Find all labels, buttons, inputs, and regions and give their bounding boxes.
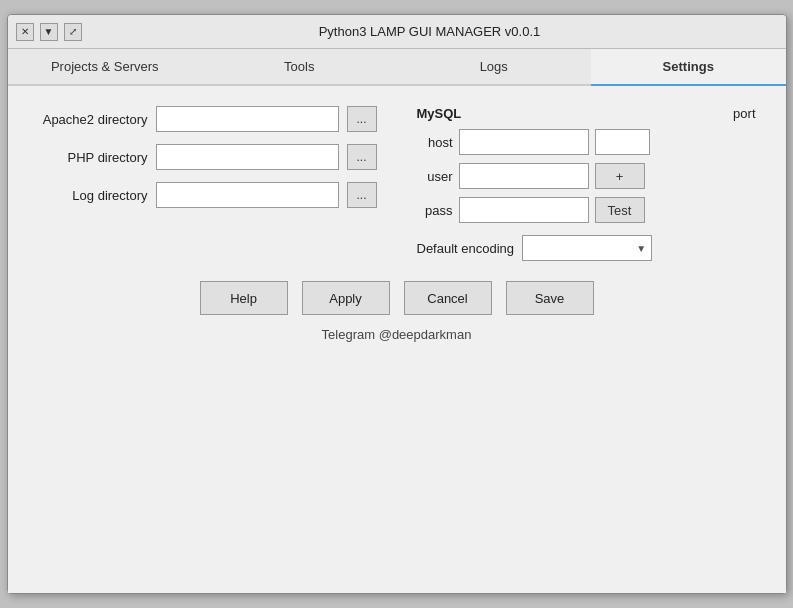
window-title: Python3 LAMP GUI MANAGER v0.0.1 bbox=[82, 24, 778, 39]
mysql-title: MySQL bbox=[417, 106, 462, 121]
cancel-button[interactable]: Cancel bbox=[404, 281, 492, 315]
maximize-button[interactable]: ⤢ bbox=[64, 23, 82, 41]
encoding-row: Default encoding UTF-8 UTF-16 ASCII ISO-… bbox=[417, 235, 756, 261]
save-button[interactable]: Save bbox=[506, 281, 594, 315]
pass-row: pass Test bbox=[417, 197, 756, 223]
footer-text: Telegram @deepdarkman bbox=[38, 327, 756, 342]
tab-bar: Projects & Servers Tools Logs Settings bbox=[8, 49, 786, 86]
log-browse-button[interactable]: ... bbox=[347, 182, 377, 208]
window-controls: ✕ ▼ ⤢ bbox=[16, 23, 82, 41]
user-label: user bbox=[417, 169, 453, 184]
minimize-button[interactable]: ▼ bbox=[40, 23, 58, 41]
encoding-label: Default encoding bbox=[417, 241, 515, 256]
tab-tools[interactable]: Tools bbox=[202, 49, 397, 86]
php-row: PHP directory ... bbox=[38, 144, 377, 170]
port-input[interactable] bbox=[595, 129, 650, 155]
plus-button[interactable]: + bbox=[595, 163, 645, 189]
apache-row: Apache2 directory ... bbox=[38, 106, 377, 132]
pass-input[interactable] bbox=[459, 197, 589, 223]
settings-panel: Apache2 directory ... PHP directory ... … bbox=[8, 86, 786, 593]
left-section: Apache2 directory ... PHP directory ... … bbox=[38, 106, 377, 261]
apache-browse-button[interactable]: ... bbox=[347, 106, 377, 132]
main-window: ✕ ▼ ⤢ Python3 LAMP GUI MANAGER v0.0.1 Pr… bbox=[7, 14, 787, 594]
pass-label: pass bbox=[417, 203, 453, 218]
tab-projects[interactable]: Projects & Servers bbox=[8, 49, 203, 86]
apache-input[interactable] bbox=[156, 106, 339, 132]
test-button[interactable]: Test bbox=[595, 197, 645, 223]
tab-logs[interactable]: Logs bbox=[397, 49, 592, 86]
apply-button[interactable]: Apply bbox=[302, 281, 390, 315]
host-label: host bbox=[417, 135, 453, 150]
tab-settings[interactable]: Settings bbox=[591, 49, 786, 86]
apache-label: Apache2 directory bbox=[38, 112, 148, 127]
log-row: Log directory ... bbox=[38, 182, 377, 208]
log-label: Log directory bbox=[38, 188, 148, 203]
log-input[interactable] bbox=[156, 182, 339, 208]
titlebar: ✕ ▼ ⤢ Python3 LAMP GUI MANAGER v0.0.1 bbox=[8, 15, 786, 49]
user-row: user + bbox=[417, 163, 756, 189]
right-section: MySQL port host user + bbox=[417, 106, 756, 261]
port-label: port bbox=[733, 106, 755, 121]
encoding-select[interactable]: UTF-8 UTF-16 ASCII ISO-8859-1 bbox=[522, 235, 652, 261]
bottom-buttons: Help Apply Cancel Save bbox=[38, 281, 756, 315]
settings-grid: Apache2 directory ... PHP directory ... … bbox=[38, 106, 756, 261]
host-row: host bbox=[417, 129, 756, 155]
host-input[interactable] bbox=[459, 129, 589, 155]
user-input[interactable] bbox=[459, 163, 589, 189]
php-browse-button[interactable]: ... bbox=[347, 144, 377, 170]
php-input[interactable] bbox=[156, 144, 339, 170]
help-button[interactable]: Help bbox=[200, 281, 288, 315]
php-label: PHP directory bbox=[38, 150, 148, 165]
close-button[interactable]: ✕ bbox=[16, 23, 34, 41]
encoding-select-wrapper: UTF-8 UTF-16 ASCII ISO-8859-1 bbox=[522, 235, 652, 261]
